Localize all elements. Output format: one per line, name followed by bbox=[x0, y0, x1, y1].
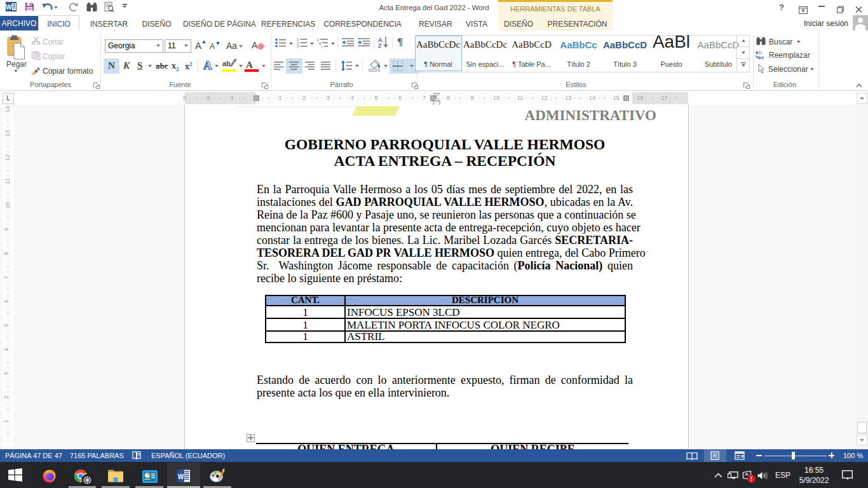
svg-text:c: c bbox=[761, 55, 764, 60]
svg-text:i: i bbox=[321, 44, 322, 48]
svg-text:Z: Z bbox=[378, 43, 382, 48]
svg-text:W: W bbox=[178, 473, 184, 480]
svg-text:W: W bbox=[6, 4, 12, 11]
svg-text:3: 3 bbox=[297, 44, 299, 48]
